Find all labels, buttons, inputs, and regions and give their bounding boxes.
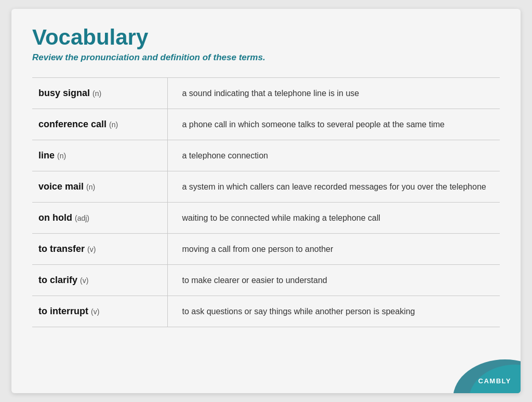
term-cell: line (n): [32, 140, 167, 171]
term-text: busy signal: [38, 88, 92, 98]
term-text: to transfer: [38, 244, 87, 254]
term-pos: (adj): [75, 214, 89, 222]
table-row: conference call (n)a phone call in which…: [32, 109, 500, 140]
term-pos: (v): [87, 245, 96, 253]
table-row: to transfer (v)moving a call from one pe…: [32, 234, 500, 265]
term-cell: to transfer (v): [32, 234, 167, 265]
term-pos: (n): [92, 89, 101, 98]
vocab-table: busy signal (n)a sound indicating that a…: [32, 77, 500, 327]
term-text: on hold: [38, 212, 75, 223]
term-cell: to clarify (v): [32, 265, 167, 296]
page-title: Vocabulary: [32, 25, 500, 49]
cambly-label: CAMBLY: [478, 377, 511, 385]
table-row: voice mail (n)a system in which callers …: [32, 171, 500, 203]
term-pos: (v): [91, 307, 99, 316]
table-row: busy signal (n)a sound indicating that a…: [32, 78, 500, 109]
definition-cell: a telephone connection: [167, 140, 500, 171]
term-cell: conference call (n): [32, 109, 167, 140]
term-cell: voice mail (n): [32, 171, 167, 203]
table-row: line (n)a telephone connection: [32, 140, 500, 171]
definition-cell: a system in which callers can leave reco…: [167, 171, 500, 203]
definition-cell: to make clearer or easier to understand: [167, 265, 500, 296]
definition-cell: a sound indicating that a telephone line…: [167, 78, 500, 109]
term-pos: (n): [109, 120, 118, 129]
term-cell: to interrupt (v): [32, 296, 167, 327]
term-pos: (n): [86, 183, 95, 191]
term-pos: (n): [57, 152, 66, 160]
term-cell: on hold (adj): [32, 203, 167, 234]
term-text: line: [38, 150, 57, 160]
page-subtitle: Review the pronunciation and definition …: [32, 52, 500, 63]
table-row: to interrupt (v)to ask questions or say …: [32, 296, 500, 327]
table-row: to clarify (v)to make clearer or easier …: [32, 265, 500, 296]
definition-cell: to ask questions or say things while ano…: [167, 296, 500, 327]
definition-cell: a phone call in which someone talks to s…: [167, 109, 500, 140]
term-text: to clarify: [38, 275, 80, 285]
table-row: on hold (adj)waiting to be connected whi…: [32, 203, 500, 234]
term-cell: busy signal (n): [32, 78, 167, 109]
term-text: to interrupt: [38, 306, 91, 316]
term-text: conference call: [38, 119, 109, 129]
term-text: voice mail: [38, 181, 86, 192]
definition-cell: moving a call from one person to another: [167, 234, 500, 265]
vocabulary-card: Vocabulary Review the pronunciation and …: [11, 9, 521, 393]
term-pos: (v): [80, 276, 88, 285]
definition-cell: waiting to be connected while making a t…: [167, 203, 500, 234]
cambly-branding: CAMBLY: [448, 352, 521, 393]
